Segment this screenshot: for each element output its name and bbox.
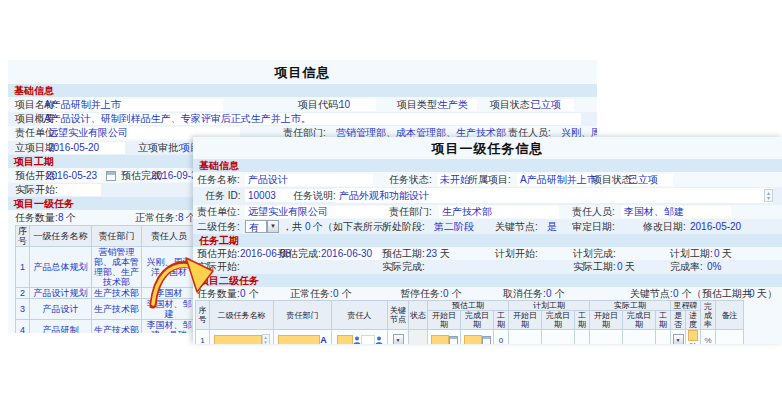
act-dur-label: 实际工期: [573, 260, 616, 274]
rate-value: 0% [707, 260, 721, 274]
pause-unit: 个 [452, 287, 462, 301]
project-code-label: 项目代码: [298, 98, 341, 112]
modify-date-label: 修改日期: [643, 219, 686, 234]
milestone-dropdown[interactable]: ▼ [673, 334, 684, 344]
task-link[interactable]: 产品研制 [43, 325, 79, 333]
subtask-dept-input[interactable] [278, 335, 320, 345]
row4-person: 李国材、邹建、晶瑞 [147, 320, 192, 333]
subtask-name-input[interactable] [214, 335, 262, 345]
project-type-value: 生产类 [438, 98, 468, 112]
col-keynode: 关键节点 [388, 301, 409, 330]
desc-scroll-stepper[interactable]: ▴ ▾ [764, 189, 773, 202]
percent-sign: % [690, 341, 697, 344]
progress-input[interactable] [688, 330, 698, 341]
caret-down-icon[interactable]: ▾ [767, 196, 770, 201]
unit-value: 远望实业有限公司 [48, 126, 128, 140]
keynode-dropdown[interactable]: ▼ [393, 334, 404, 344]
task-id-value: 10003 [248, 187, 276, 205]
col-status: 状态 [409, 301, 428, 330]
plan-end-cell[interactable] [542, 330, 575, 345]
col-plan-dur: 工期 [575, 311, 590, 330]
milestone-cell: ▼ [671, 330, 686, 345]
row-actuals: 实际开始: 实际完成: 实际工期: 0 天 完成率: 0% [193, 260, 782, 274]
col-act-end: 完成日期 [623, 311, 656, 330]
normal-value: 0 [333, 287, 339, 301]
person-input-2[interactable] [361, 335, 375, 345]
col-est-dur: 工期 [494, 311, 509, 330]
project-status-value: 已立项 [628, 173, 658, 187]
col-milestone-group: 里程碑 [671, 301, 701, 311]
calendar-icon[interactable] [482, 336, 491, 345]
project-name-value: A产品研制并上市 [44, 98, 121, 112]
subtask-dropdown-button[interactable]: ▼ [267, 220, 279, 233]
act-end-label: 实际完成: [382, 260, 425, 274]
rate-label: 完成率: [670, 260, 703, 274]
dept-value: 生产技术部 [442, 205, 492, 219]
task-desc-value: 产品外观和功能设计 [339, 187, 429, 205]
project-status-label: 项目状态: [490, 98, 533, 112]
est-start-label: 预估开始: [197, 247, 240, 261]
actual-start-label: 实际开始: [15, 183, 58, 197]
section-basic-info: 基础信息 [193, 159, 782, 172]
calendar-icon[interactable] [106, 171, 116, 181]
section-basic-info: 基础信息 [8, 84, 597, 97]
row4-no: 4 [16, 320, 30, 334]
table-row: 1 产品总体规划 营销管理部、成本管理部、生产技术部 兴刚、周海洋、国材 [16, 247, 197, 288]
row-estimate-plan: 预估开始: 2016-06-08 预估完成: 2016-06-30 预估工期: … [193, 247, 782, 261]
task-info-title: 项目一级任务信息 [193, 140, 782, 158]
est-end-input[interactable] [464, 335, 482, 345]
person-picker-icon[interactable] [375, 335, 383, 344]
row-no: 1 [196, 330, 210, 345]
table-row: 4 产品研制 生产技术部 李国材、邹建、晶瑞 [16, 320, 197, 334]
est-dur-unit: 天 [440, 247, 450, 261]
approval-label: 立项审批: [138, 141, 181, 155]
subtask-select[interactable]: 有 [245, 220, 267, 233]
plan-start-cell[interactable] [509, 330, 542, 345]
project-type-label: 项目类型: [397, 98, 440, 112]
col-person: 责任人 [332, 301, 388, 330]
row3-no: 3 [16, 299, 30, 320]
setup-date-value: 2016-05-20 [48, 141, 99, 155]
knode-days: 0 [749, 287, 755, 301]
person-label: 责任人员: [572, 205, 615, 219]
person-picker-icon[interactable] [353, 335, 361, 344]
project-status-value: 已立项 [531, 98, 561, 112]
plan-dur-label: 计划工期: [670, 247, 713, 261]
col-act-dur: 工期 [656, 311, 671, 330]
col-act-start: 开始日期 [590, 311, 623, 330]
task-link[interactable]: 产品设计规划 [34, 288, 88, 298]
col-dept: 责任部门 [274, 301, 332, 330]
parent-project-link[interactable]: A产品研制并上市 [520, 173, 597, 187]
row3-person: 李国材、邹建 [147, 299, 192, 319]
cancel-value: 0 [546, 287, 552, 301]
name-stepper-icon[interactable]: ▴▾ [262, 334, 270, 344]
est-end-cell [461, 330, 494, 345]
screen: 项目信息 基础信息 项目名称: A产品研制并上市 项目代码: 10 项目类型: … [0, 0, 782, 400]
subtask-name-cell: ▴▾ [210, 330, 274, 345]
est-start-input[interactable] [431, 335, 449, 345]
est-dur-label: 预估工期: [382, 247, 425, 261]
note-cell[interactable] [716, 330, 744, 345]
unit-value: 远望实业有限公司 [248, 205, 328, 219]
act-start-cell[interactable] [590, 330, 623, 345]
row-subtask-flags: 二级任务: 有 ▼ ，共 0 个（如下表所示） 所处阶段: 第二阶段 关键节点:… [193, 219, 782, 234]
row-subtask-counts: 任务数量: 0 个 正常任务: 0 个 暂停任务: 0 个 取消任务: 0 个 … [193, 287, 782, 301]
task-link[interactable]: 产品设计 [43, 304, 79, 314]
calendar-icon[interactable] [449, 336, 458, 345]
level2-task-table: 序号 二级任务名称 责任部门 责任人 关键节点 状态 预估工期 计划工期 实际工… [195, 300, 755, 344]
knode-count: 0 [673, 287, 679, 301]
pause-label: 暂停任务: [400, 287, 443, 301]
org-picker-icon[interactable]: A [320, 334, 327, 344]
act-end-cell[interactable] [623, 330, 656, 345]
col-act-group: 实际工期 [590, 301, 671, 311]
plan-dur-cell [575, 330, 590, 345]
parent-project-label: 所属项目: [468, 173, 511, 187]
normal-label: 正常任务: [290, 287, 333, 301]
count-label: 任务数量: [197, 287, 240, 301]
row-task-name: 任务名称: 产品设计 任务状态: 未开始 所属项目: A产品研制并上市 项目状态… [193, 173, 782, 187]
est-start-cell [428, 330, 461, 345]
task-link[interactable]: 产品总体规划 [34, 262, 88, 272]
person-input-1[interactable] [337, 335, 353, 345]
row2-person: 李国材 [156, 288, 183, 298]
level1-task-table: 序号 一级任务名称 责任部门 责任人员 1 产品总体规划 营销管理部、成本管理部… [15, 225, 205, 333]
